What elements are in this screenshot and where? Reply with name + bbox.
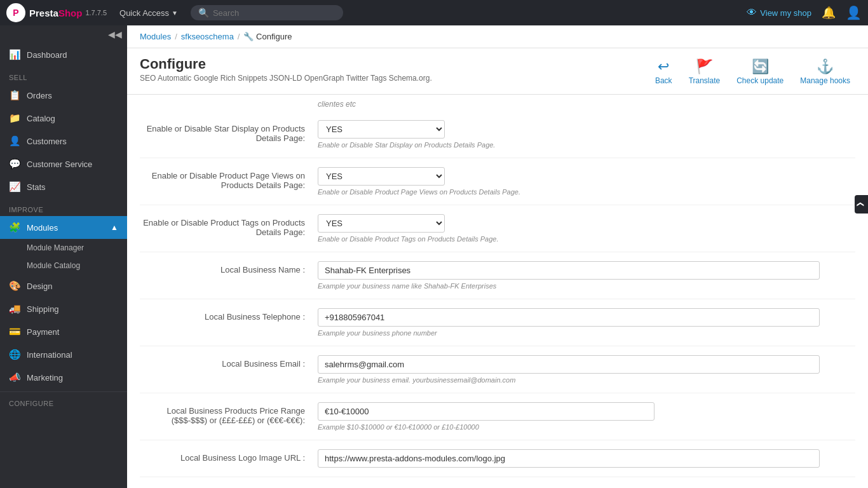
breadcrumb-modules[interactable]: Modules xyxy=(140,32,171,41)
logo-text: PrestaShop xyxy=(29,8,82,18)
sidebar-item-customer-service[interactable]: 💬 Customer Service xyxy=(0,152,127,175)
sidebar-toggle[interactable]: ◀◀ xyxy=(0,25,127,43)
form-row-product-tags: Enable or Disable Product Tags on Produc… xyxy=(140,205,855,252)
business-email-input[interactable] xyxy=(318,355,820,374)
notifications-bell-icon[interactable]: 🔔 xyxy=(822,6,836,20)
sidebar-section-improve: IMPROVE xyxy=(0,201,127,216)
form-row-logo-url: Local Business Logo Image URL : xyxy=(140,440,855,477)
user-avatar-icon[interactable]: 👤 xyxy=(846,5,862,20)
price-range-hint: Example $10-$10000 or €10-€10000 or £10-… xyxy=(318,423,855,431)
page-views-field: YES NO Enable or Disable Product Page Vi… xyxy=(318,167,855,196)
business-name-label: Local Business Name : xyxy=(140,261,318,274)
sidebar-item-customers[interactable]: 👤 Customers xyxy=(0,130,127,152)
chevron-down-icon: ▼ xyxy=(172,10,178,17)
form-row-business-phone: Local Business Telephone : Example your … xyxy=(140,299,855,346)
form-row-star-display: Enable or Disable Star Display on Produc… xyxy=(140,111,855,158)
back-button[interactable]: ↩ Back xyxy=(650,56,677,88)
page-views-label: Enable or Disable Product Page Views on … xyxy=(140,167,318,190)
business-phone-label: Local Business Telephone : xyxy=(140,308,318,322)
top-navbar: P PrestaShop 1.7.7.5 Quick Access ▼ 🔍 👁 … xyxy=(0,0,868,25)
sidebar-item-international[interactable]: 🌐 International xyxy=(0,343,127,366)
logo-area: P PrestaShop 1.7.7.5 xyxy=(6,3,107,22)
page-subtitle: SEO Automatic Google Rich Snippets JSON-… xyxy=(140,74,432,83)
check-update-button[interactable]: 🔄 Check update xyxy=(731,56,789,88)
business-phone-input[interactable] xyxy=(318,308,820,327)
business-email-label: Local Business Email : xyxy=(140,355,318,369)
page-views-hint: Enable or Disable Product Page Views on … xyxy=(318,188,855,196)
view-shop-link[interactable]: 👁 View my shop xyxy=(747,7,811,18)
page-actions: ↩ Back 🚩 Translate 🔄 Check update ⚓ Mana… xyxy=(650,56,855,88)
logo-url-label: Local Business Logo Image URL : xyxy=(140,449,318,463)
form-row-business-email: Local Business Email : Example your busi… xyxy=(140,346,855,393)
sidebar-section-sell: SELL xyxy=(0,69,127,84)
sidebar-item-orders[interactable]: 📋 Orders xyxy=(0,84,127,107)
nav-right: 👁 View my shop 🔔 👤 xyxy=(747,5,862,20)
business-name-hint: Example your business name like Shahab-F… xyxy=(318,282,855,290)
form-hint-top: clientes etc xyxy=(140,95,855,111)
business-phone-field: Example your business phone number xyxy=(318,308,855,337)
catalog-icon: 📁 xyxy=(9,112,20,124)
product-tags-hint: Enable or Disable Product Tags on Produc… xyxy=(318,235,855,243)
page-title-area: Configure SEO Automatic Google Rich Snip… xyxy=(140,56,432,83)
international-icon: 🌐 xyxy=(9,349,20,360)
design-icon: 🎨 xyxy=(9,280,20,292)
manage-hooks-button[interactable]: ⚓ Manage hooks xyxy=(795,56,855,88)
sidebar-item-design[interactable]: 🎨 Design xyxy=(0,274,127,297)
product-tags-label: Enable or Disable Product Tags on Produc… xyxy=(140,214,318,237)
customer-service-icon: 💬 xyxy=(9,158,20,170)
app-version: 1.7.7.5 xyxy=(85,9,107,17)
sidebar-item-payment[interactable]: 💳 Payment xyxy=(0,320,127,343)
product-tags-field: YES NO Enable or Disable Product Tags on… xyxy=(318,214,855,243)
sidebar-item-shipping[interactable]: 🚚 Shipping xyxy=(0,297,127,320)
page-views-select[interactable]: YES NO xyxy=(318,167,445,186)
sidebar-item-module-catalog[interactable]: Module Catalog xyxy=(0,257,127,274)
star-display-hint: Enable or Disable Star Display on Produc… xyxy=(318,141,855,149)
business-name-input[interactable] xyxy=(318,261,820,280)
price-range-label: Local Business Products Price Range ($$$… xyxy=(140,402,318,425)
breadcrumb: Modules / sfkseoschema / 🔧 Configure xyxy=(127,25,868,48)
sidebar: ◀◀ 📊 Dashboard SELL 📋 Orders 📁 Catalog 👤… xyxy=(0,25,127,488)
form-row-page-views: Enable or Disable Product Page Views on … xyxy=(140,158,855,205)
hooks-icon: ⚓ xyxy=(817,58,834,75)
sidebar-section-configure: CONFIGURE xyxy=(0,395,127,410)
stats-icon: 📈 xyxy=(9,181,20,193)
search-icon: 🔍 xyxy=(198,8,209,18)
main-content: Modules / sfkseoschema / 🔧 Configure Con… xyxy=(127,25,868,488)
page-header: Configure SEO Automatic Google Rich Snip… xyxy=(127,48,868,95)
business-phone-hint: Example your business phone number xyxy=(318,329,855,337)
modules-icon: 🧩 xyxy=(9,222,20,233)
logo-url-field xyxy=(318,449,855,468)
sidebar-item-modules[interactable]: 🧩 Modules ▲ xyxy=(0,216,127,239)
translate-button[interactable]: 🚩 Translate xyxy=(684,56,726,88)
scroll-indicator[interactable]: ❮ xyxy=(855,195,868,214)
modules-chevron-icon: ▲ xyxy=(111,223,118,232)
sidebar-item-catalog[interactable]: 📁 Catalog xyxy=(0,107,127,130)
form-row-business-name: Local Business Name : Example your busin… xyxy=(140,252,855,299)
star-display-label: Enable or Disable Star Display on Produc… xyxy=(140,120,318,143)
form-row-price-range: Local Business Products Price Range ($$$… xyxy=(140,393,855,440)
shipping-icon: 🚚 xyxy=(9,303,20,315)
quick-access-menu[interactable]: Quick Access ▼ xyxy=(119,8,178,18)
price-range-input[interactable] xyxy=(318,402,654,421)
sidebar-item-stats[interactable]: 📈 Stats xyxy=(0,175,127,198)
sidebar-item-marketing[interactable]: 📣 Marketing xyxy=(0,366,127,389)
customers-icon: 👤 xyxy=(9,135,20,147)
sidebar-item-dashboard[interactable]: 📊 Dashboard xyxy=(0,43,127,66)
translate-icon: 🚩 xyxy=(696,58,713,75)
logo-icon: P xyxy=(6,3,25,22)
dashboard-icon: 📊 xyxy=(9,49,20,60)
breadcrumb-sfkseoschema[interactable]: sfkseoschema xyxy=(181,32,234,41)
sidebar-item-module-manager[interactable]: Module Manager xyxy=(0,239,127,257)
price-range-field: Example $10-$10000 or €10-€10000 or £10-… xyxy=(318,402,855,431)
star-display-select[interactable]: YES NO xyxy=(318,120,445,139)
page-title: Configure xyxy=(140,56,432,72)
business-email-hint: Example your business email. yourbusines… xyxy=(318,376,855,384)
search-input[interactable] xyxy=(213,8,336,18)
star-display-field: YES NO Enable or Disable Star Display on… xyxy=(318,120,855,149)
sidebar-collapse-button[interactable]: ◀◀ xyxy=(108,29,122,39)
wrench-icon: 🔧 xyxy=(243,32,254,41)
product-tags-select[interactable]: YES NO xyxy=(318,214,445,233)
form-area: clientes etc Enable or Disable Star Disp… xyxy=(127,95,868,488)
eye-icon: 👁 xyxy=(747,7,757,18)
logo-url-input[interactable] xyxy=(318,449,820,468)
